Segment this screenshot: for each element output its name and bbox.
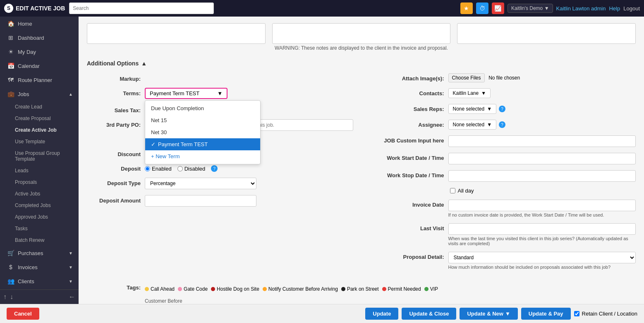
work-stop-input[interactable] — [448, 170, 636, 182]
sidebar-sub-create-lead[interactable]: Create Lead — [0, 101, 79, 113]
deposit-control: Enabled Disabled ? — [145, 163, 353, 172]
star-icon-button[interactable]: ★ — [460, 2, 473, 14]
tag-vip[interactable]: VIP — [424, 286, 438, 292]
deposit-info-icon[interactable]: ? — [211, 165, 218, 172]
page-title: EDIT ACTIVE JOB — [16, 5, 65, 12]
sales-reps-info-icon[interactable]: ? — [499, 106, 505, 112]
proposal-detail-select[interactable]: Standard Detailed Minimal — [448, 252, 636, 263]
deposit-enabled-radio[interactable] — [145, 166, 150, 171]
sidebar-label-myday: My Day — [18, 49, 36, 55]
search-input[interactable] — [69, 2, 214, 14]
tag-park-on-street[interactable]: Park on Street — [341, 286, 379, 292]
last-visit-input[interactable] — [448, 223, 636, 235]
tag-gate-code[interactable]: Gate Code — [178, 286, 208, 292]
sidebar-sub-leads[interactable]: Leads — [0, 165, 79, 176]
tag-dot-notify-customer — [263, 287, 267, 291]
update-new-button[interactable]: Update & New ▼ — [460, 308, 517, 320]
terms-option-net-30[interactable]: Net 30 — [145, 126, 260, 138]
left-col: Markup: Terms: Payment Term TEST ▼ — [87, 73, 353, 275]
retain-checkbox-row: Retain Client / Location — [574, 311, 637, 317]
tag-hostile-dog[interactable]: Hostile Dog on Site — [211, 286, 259, 292]
sidebar-sub-create-proposal[interactable]: Create Proposal — [0, 113, 79, 124]
dashboard-icon: ⊞ — [7, 34, 14, 41]
sidebar-sub-use-template[interactable]: Use Template — [0, 136, 79, 147]
sales-reps-chevron-icon: ▼ — [487, 106, 492, 112]
work-start-input[interactable] — [448, 153, 636, 164]
choose-files-button[interactable]: Choose Files — [448, 73, 485, 82]
work-stop-control — [448, 170, 636, 182]
sidebar-sub-completed-jobs[interactable]: Completed Jobs — [0, 200, 79, 211]
sidebar-item-calendar[interactable]: 📅 Calendar — [0, 59, 79, 73]
tag-notify-customer[interactable]: Notify Customer Before Arriving — [263, 286, 338, 292]
sidebar-item-purchases[interactable]: 🛒 Purchases ▼ — [0, 246, 79, 260]
terms-dropdown-trigger[interactable]: Payment Term TEST ▼ — [145, 88, 227, 99]
sales-reps-dropdown[interactable]: None selected ▼ — [448, 104, 497, 114]
invoice-date-control: If no custom invoice date is provided, t… — [448, 200, 636, 217]
deposit-type-select[interactable]: Percentage Fixed Amount — [145, 178, 256, 189]
sales-reps-control: None selected ▼ ? — [448, 104, 636, 114]
sidebar-sub-proposals[interactable]: Proposals — [0, 176, 79, 188]
tag-call-ahead[interactable]: Call Ahead — [145, 286, 175, 292]
sidebar-sub-active-jobs[interactable]: Active Jobs — [0, 188, 79, 200]
top-textareas: WARNING: These notes are displayed to th… — [87, 23, 636, 56]
assignee-dropdown[interactable]: None selected ▼ — [448, 120, 497, 130]
chart-icon-button[interactable]: 📈 — [492, 2, 504, 14]
notes-textarea-2[interactable] — [272, 23, 451, 44]
help-link[interactable]: Help — [609, 5, 620, 12]
sidebar-item-jobs[interactable]: 💼 Jobs ▲ — [0, 87, 79, 101]
sidebar-sub-approved-jobs[interactable]: Approved Jobs — [0, 211, 79, 223]
tags-label: Tags: — [87, 282, 141, 291]
app-logo: S EDIT ACTIVE JOB — [4, 4, 65, 13]
user-demo-button[interactable]: Kaitlin's Demo ▼ — [508, 4, 553, 13]
collapse-sidebar-button[interactable]: ← — [69, 293, 75, 301]
attach-images-row: Attach Image(s): Choose Files No file ch… — [370, 73, 636, 82]
scroll-down-button[interactable]: ↓ — [10, 293, 13, 301]
tag-permit-needed[interactable]: Permit Needed — [382, 286, 421, 292]
discount-label: Discount — [87, 149, 141, 157]
update-close-button[interactable]: Update & Close — [402, 308, 456, 320]
terms-option-payment-term-test[interactable]: ✓ Payment Term TEST — [145, 138, 260, 150]
jobs-chevron: ▲ — [69, 92, 73, 96]
work-start-label: Work Start Date / Time — [370, 153, 444, 161]
notes-textarea-3[interactable] — [457, 23, 636, 44]
job-custom-input[interactable] — [448, 135, 636, 147]
deposit-amount-input[interactable]: 10.00 — [145, 195, 256, 207]
deposit-amount-control: 10.00 — [145, 195, 353, 207]
all-day-checkbox[interactable] — [450, 188, 455, 193]
user-admin-link[interactable]: Kaitlin Lawton admin — [556, 5, 606, 12]
sidebar-label-purchases: Purchases — [18, 250, 43, 256]
clock-icon-button[interactable]: ⏱ — [476, 2, 488, 14]
sidebar-item-route-planner[interactable]: 🗺 Route Planner — [0, 73, 79, 87]
deposit-enabled-option[interactable]: Enabled — [145, 166, 172, 172]
terms-new-term-button[interactable]: + New Term — [145, 150, 260, 162]
sidebar-item-home[interactable]: 🏠 Home — [0, 17, 79, 31]
deposit-disabled-radio[interactable] — [177, 166, 183, 171]
sidebar-sub-create-active-job[interactable]: Create Active Job — [0, 124, 79, 136]
deposit-disabled-option[interactable]: Disabled — [177, 166, 206, 172]
sidebar-item-clients[interactable]: 👥 Clients ▼ — [0, 274, 79, 288]
work-start-control — [448, 153, 636, 164]
sales-reps-label: Sales Reps: — [370, 104, 444, 112]
sidebar-sub-tasks[interactable]: Tasks — [0, 223, 79, 234]
cancel-button[interactable]: Cancel — [7, 308, 39, 320]
assignee-info-icon[interactable]: ? — [499, 121, 505, 128]
terms-option-due-upon-completion[interactable]: Due Upon Completion — [145, 102, 260, 114]
sidebar-label-calendar: Calendar — [18, 63, 40, 69]
sidebar-item-my-day[interactable]: ☀ My Day — [0, 45, 79, 59]
logout-link[interactable]: Logout — [623, 5, 640, 12]
bottom-bar: Cancel Update Update & Close Update & Ne… — [0, 304, 644, 323]
retain-checkbox[interactable] — [574, 311, 579, 316]
update-button[interactable]: Update — [365, 308, 398, 320]
invoice-date-input[interactable] — [448, 200, 636, 211]
terms-option-net-15[interactable]: Net 15 — [145, 114, 260, 126]
update-pay-button[interactable]: Update & Pay — [521, 308, 571, 320]
sidebar-sub-batch-renew[interactable]: Batch Renew — [0, 234, 79, 246]
tag-label-hostile-dog: Hostile Dog on Site — [217, 286, 259, 292]
sidebar-item-invoices[interactable]: $ Invoices ▼ — [0, 260, 79, 274]
sidebar-sub-use-proposal-group-template[interactable]: Use Proposal Group Template — [0, 147, 79, 165]
terms-chevron-icon: ▼ — [217, 90, 223, 96]
scroll-up-button[interactable]: ↑ — [3, 293, 7, 301]
notes-textarea-1[interactable] — [87, 23, 266, 44]
contacts-dropdown[interactable]: Kaitlin Lane ▼ — [448, 88, 491, 98]
sidebar-item-dashboard[interactable]: ⊞ Dashboard — [0, 31, 79, 45]
